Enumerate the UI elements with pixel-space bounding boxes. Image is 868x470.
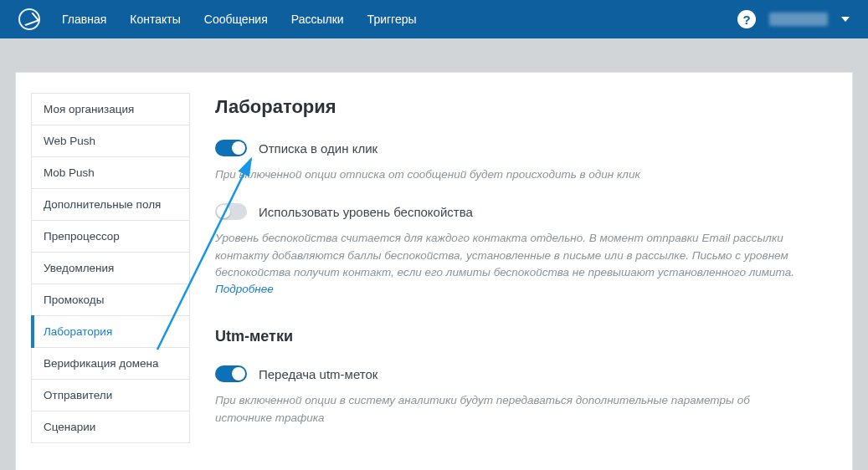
toggle-anxiety-level[interactable] [215, 203, 247, 220]
toggle-utm-pass[interactable] [215, 365, 247, 382]
sidebar-item-domain-verify[interactable]: Верификация домена [31, 348, 190, 380]
toggle-one-click-unsub[interactable] [215, 140, 247, 156]
user-name-blurred [769, 13, 828, 26]
content-card: Моя организация Web Push Mob Push Дополн… [15, 72, 853, 470]
sidebar-item-webpush[interactable]: Web Push [31, 125, 190, 157]
nav-triggers[interactable]: Триггеры [367, 13, 417, 26]
option-desc: При включенной опции отписка от сообщени… [215, 166, 801, 183]
option-anxiety-level: Использовать уровень беспокойства [215, 203, 827, 220]
option-utm-pass: Передача utm-меток [215, 365, 827, 382]
settings-sidebar: Моя организация Web Push Mob Push Дополн… [16, 73, 190, 470]
nav-home[interactable]: Главная [62, 13, 106, 26]
help-icon[interactable]: ? [737, 10, 756, 28]
sidebar-item-org[interactable]: Моя организация [31, 94, 190, 125]
option-label: Отписка в один клик [259, 141, 378, 156]
more-link[interactable]: Подробнее [215, 283, 274, 295]
top-nav: Главная Контакты Сообщения Рассылки Триг… [0, 0, 868, 38]
option-label: Использовать уровень беспокойства [259, 205, 473, 219]
logo-icon[interactable] [18, 8, 40, 30]
option-one-click-unsub: Отписка в один клик [215, 140, 827, 156]
sidebar-item-mobpush[interactable]: Mob Push [31, 157, 190, 189]
sidebar-item-extrafields[interactable]: Дополнительные поля [31, 189, 190, 221]
chevron-down-icon[interactable] [841, 17, 850, 22]
option-desc: Уровень беспокойства считается для каждо… [215, 230, 801, 298]
sidebar-item-notifications[interactable]: Уведомления [31, 253, 190, 284]
section-utm-title: Utm-метки [215, 328, 827, 345]
sidebar-item-laboratory[interactable]: Лаборатория [31, 316, 190, 348]
nav-contacts[interactable]: Контакты [130, 13, 180, 26]
nav-campaigns[interactable]: Рассылки [291, 13, 344, 26]
sidebar-item-promocodes[interactable]: Промокоды [31, 284, 190, 316]
option-desc-text: Уровень беспокойства считается для каждо… [215, 232, 794, 278]
option-label: Передача utm-меток [259, 367, 378, 381]
page-title: Лаборатория [215, 96, 827, 118]
sidebar-list: Моя организация Web Push Mob Push Дополн… [31, 93, 190, 443]
sidebar-item-scenarios[interactable]: Сценарии [31, 411, 190, 443]
nav-messages[interactable]: Сообщения [204, 13, 268, 26]
sidebar-item-senders[interactable]: Отправители [31, 380, 190, 411]
sidebar-item-preprocessor[interactable]: Препроцессор [31, 221, 190, 253]
option-desc: При включенной опции в систему аналитики… [215, 392, 801, 427]
nav-items: Главная Контакты Сообщения Рассылки Триг… [62, 13, 417, 26]
main-panel: Лаборатория Отписка в один клик При вклю… [190, 73, 852, 470]
